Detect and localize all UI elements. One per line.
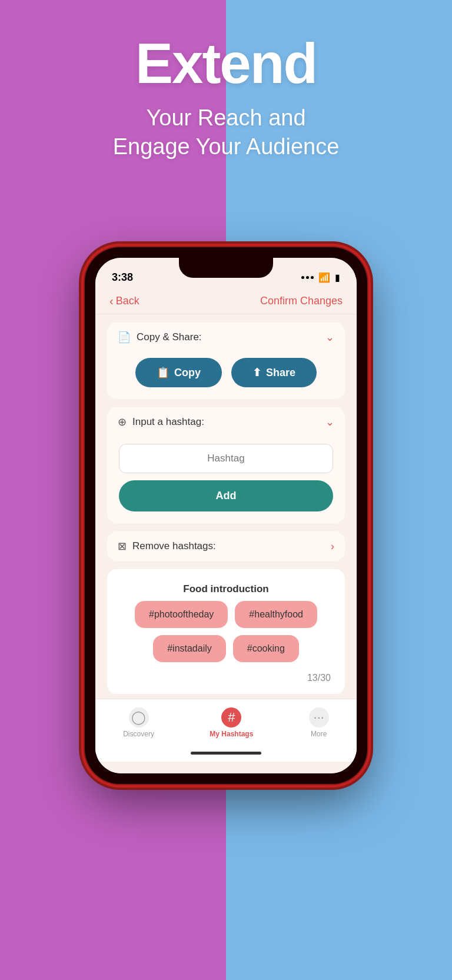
nav-bar: ‹ Back Confirm Changes — [95, 288, 357, 314]
back-label: Back — [116, 295, 139, 307]
copy-share-chevron-icon: ⌄ — [325, 331, 334, 344]
list-item[interactable]: #photooftheday — [135, 601, 228, 628]
input-hashtag-header: ⊕ Input a hashtag: ⌄ — [107, 407, 345, 437]
hero-title: Extend — [0, 35, 452, 92]
my-hashtags-label: My Hashtags — [210, 730, 253, 738]
remove-title: Remove hashtags: — [132, 540, 216, 552]
sidebar-item-my-hashtags[interactable]: # My Hashtags — [210, 707, 253, 738]
more-icon: ··· — [309, 707, 329, 727]
bottom-nav: ◯ Discovery # My Hashtags ··· More — [95, 699, 357, 744]
share-icon: ⬆ — [252, 366, 261, 379]
list-item[interactable]: #healthyfood — [235, 601, 317, 628]
hashtags-grid: #photooftheday #healthyfood #instadaily … — [119, 601, 333, 668]
hero-subtitle: Your Reach and Engage Your Audience — [0, 104, 452, 162]
signal-icon — [301, 276, 314, 279]
home-bar — [191, 752, 261, 755]
hashtag-input-area: Add — [107, 437, 345, 523]
app-content: 📄 Copy & Share: ⌄ 📋 Copy ⬆ Share — [95, 323, 357, 773]
more-label: More — [311, 730, 327, 738]
input-chevron-icon: ⌄ — [325, 416, 334, 428]
my-hashtags-icon: # — [221, 707, 241, 727]
phone-inner: 3:38 📶 ▮ ‹ Back Confirm Changes — [95, 258, 357, 773]
input-hashtag-header-left: ⊕ Input a hashtag: — [118, 416, 204, 428]
remove-left: ⊠ Remove hashtags: — [118, 540, 216, 553]
hashtags-area: Food introduction #photooftheday #health… — [107, 569, 345, 694]
hashtag-count: 13/30 — [119, 668, 333, 688]
sidebar-item-more[interactable]: ··· More — [309, 707, 329, 738]
copy-share-header: 📄 Copy & Share: ⌄ — [107, 323, 345, 352]
input-hashtag-title: Input a hashtag: — [132, 416, 204, 428]
copy-share-icon: 📄 — [118, 331, 131, 344]
confirm-button[interactable]: Confirm Changes — [260, 295, 343, 307]
hashtags-group-title: Food introduction — [119, 575, 333, 601]
list-item[interactable]: #cooking — [233, 635, 299, 662]
discovery-icon: ◯ — [129, 707, 149, 727]
battery-icon: ▮ — [335, 272, 340, 283]
remove-icon: ⊠ — [118, 540, 127, 553]
copy-icon: 📋 — [157, 366, 170, 379]
back-button[interactable]: ‹ Back — [109, 294, 139, 308]
remove-chevron-icon: › — [331, 540, 334, 553]
hashtag-input[interactable] — [119, 444, 333, 473]
remove-section[interactable]: ⊠ Remove hashtags: › — [107, 531, 345, 561]
home-indicator — [95, 744, 357, 762]
phone-frame: 3:38 📶 ▮ ‹ Back Confirm Changes — [85, 247, 367, 784]
copy-share-section: 📄 Copy & Share: ⌄ 📋 Copy ⬆ Share — [107, 323, 345, 399]
input-hashtag-icon: ⊕ — [118, 416, 127, 428]
copy-share-title: Copy & Share: — [137, 331, 202, 343]
list-item[interactable]: #instadaily — [153, 635, 226, 662]
status-icons: 📶 ▮ — [301, 272, 340, 283]
input-hashtag-section: ⊕ Input a hashtag: ⌄ Add — [107, 407, 345, 523]
status-time: 3:38 — [112, 271, 133, 284]
copy-button[interactable]: 📋 Copy — [135, 358, 222, 387]
wifi-icon: 📶 — [318, 272, 330, 283]
copy-share-buttons: 📋 Copy ⬆ Share — [107, 352, 345, 399]
copy-share-header-left: 📄 Copy & Share: — [118, 331, 202, 344]
back-chevron-icon: ‹ — [109, 294, 114, 308]
discovery-label: Discovery — [123, 730, 154, 738]
sidebar-item-discovery[interactable]: ◯ Discovery — [123, 707, 154, 738]
add-button[interactable]: Add — [119, 480, 333, 511]
phone-wrapper: 3:38 📶 ▮ ‹ Back Confirm Changes — [85, 247, 367, 784]
hero-section: Extend Your Reach and Engage Your Audien… — [0, 35, 452, 162]
share-button[interactable]: ⬆ Share — [231, 358, 317, 387]
notch — [179, 258, 273, 278]
